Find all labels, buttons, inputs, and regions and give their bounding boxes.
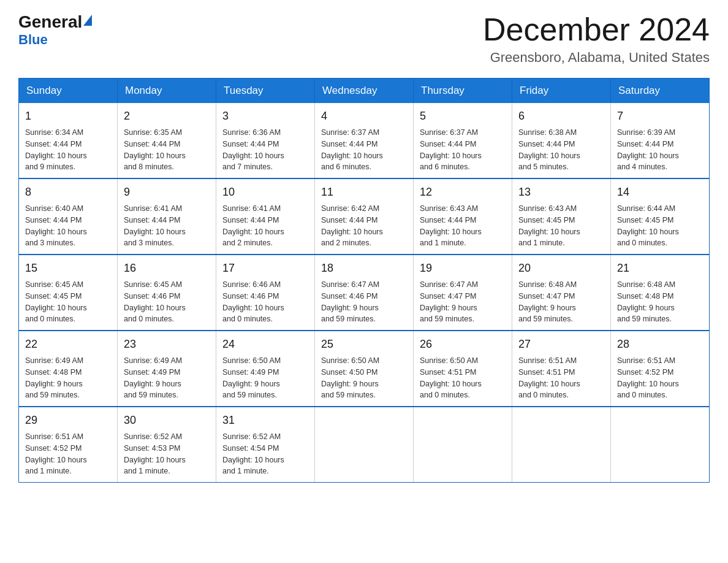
day-number: 19 <box>420 260 506 277</box>
day-info: Sunrise: 6:52 AM Sunset: 4:53 PM Dayligh… <box>124 431 210 477</box>
calendar-day: 24Sunrise: 6:50 AM Sunset: 4:49 PM Dayli… <box>216 331 315 407</box>
calendar-day: 6Sunrise: 6:38 AM Sunset: 4:44 PM Daylig… <box>512 103 611 178</box>
day-info: Sunrise: 6:48 AM Sunset: 4:48 PM Dayligh… <box>617 279 703 325</box>
day-number: 24 <box>222 336 308 353</box>
calendar-day: 28Sunrise: 6:51 AM Sunset: 4:52 PM Dayli… <box>611 331 710 407</box>
day-info: Sunrise: 6:37 AM Sunset: 4:44 PM Dayligh… <box>420 127 506 173</box>
day-info: Sunrise: 6:51 AM Sunset: 4:51 PM Dayligh… <box>518 355 604 401</box>
day-info: Sunrise: 6:50 AM Sunset: 4:49 PM Dayligh… <box>222 355 308 401</box>
calendar-day: 1Sunrise: 6:34 AM Sunset: 4:44 PM Daylig… <box>19 103 118 178</box>
calendar-day: 5Sunrise: 6:37 AM Sunset: 4:44 PM Daylig… <box>414 103 512 178</box>
day-number: 13 <box>518 184 604 201</box>
calendar-week-1: 1Sunrise: 6:34 AM Sunset: 4:44 PM Daylig… <box>19 103 710 178</box>
day-info: Sunrise: 6:49 AM Sunset: 4:48 PM Dayligh… <box>25 355 111 401</box>
calendar-day: 14Sunrise: 6:44 AM Sunset: 4:45 PM Dayli… <box>611 178 710 255</box>
day-info: Sunrise: 6:46 AM Sunset: 4:46 PM Dayligh… <box>222 279 308 325</box>
calendar-day: 3Sunrise: 6:36 AM Sunset: 4:44 PM Daylig… <box>216 103 315 178</box>
day-info: Sunrise: 6:43 AM Sunset: 4:44 PM Dayligh… <box>420 203 506 249</box>
day-info: Sunrise: 6:42 AM Sunset: 4:44 PM Dayligh… <box>321 203 407 249</box>
title-block: December 2024 Greensboro, Alabama, Unite… <box>483 12 710 66</box>
calendar-day: 15Sunrise: 6:45 AM Sunset: 4:45 PM Dayli… <box>19 255 118 331</box>
day-number: 14 <box>617 184 703 201</box>
day-info: Sunrise: 6:48 AM Sunset: 4:47 PM Dayligh… <box>518 279 604 325</box>
day-info: Sunrise: 6:44 AM Sunset: 4:45 PM Dayligh… <box>617 203 703 249</box>
calendar-day <box>414 407 512 483</box>
day-number: 9 <box>124 184 210 201</box>
day-number: 15 <box>25 260 111 277</box>
day-info: Sunrise: 6:45 AM Sunset: 4:45 PM Dayligh… <box>25 279 111 325</box>
logo: General Blue <box>18 12 92 48</box>
day-number: 31 <box>222 412 308 429</box>
calendar-day <box>315 407 414 483</box>
day-info: Sunrise: 6:43 AM Sunset: 4:45 PM Dayligh… <box>518 203 604 249</box>
day-number: 30 <box>124 412 210 429</box>
day-info: Sunrise: 6:47 AM Sunset: 4:46 PM Dayligh… <box>321 279 407 325</box>
weekday-header-thursday: Thursday <box>414 79 512 104</box>
day-info: Sunrise: 6:40 AM Sunset: 4:44 PM Dayligh… <box>25 203 111 249</box>
day-number: 1 <box>25 108 111 124</box>
logo-blue-text: Blue <box>18 32 48 48</box>
day-number: 18 <box>321 260 407 277</box>
calendar-day: 19Sunrise: 6:47 AM Sunset: 4:47 PM Dayli… <box>414 255 512 331</box>
calendar-day: 18Sunrise: 6:47 AM Sunset: 4:46 PM Dayli… <box>315 255 414 331</box>
day-number: 20 <box>518 260 604 277</box>
calendar-day: 23Sunrise: 6:49 AM Sunset: 4:49 PM Dayli… <box>118 331 216 407</box>
day-number: 28 <box>617 336 703 353</box>
day-info: Sunrise: 6:50 AM Sunset: 4:50 PM Dayligh… <box>321 355 407 401</box>
calendar-day: 29Sunrise: 6:51 AM Sunset: 4:52 PM Dayli… <box>19 407 118 483</box>
day-number: 6 <box>518 108 604 124</box>
day-number: 23 <box>124 336 210 353</box>
day-number: 26 <box>420 336 506 353</box>
day-number: 3 <box>222 108 308 124</box>
day-number: 8 <box>25 184 111 201</box>
day-number: 22 <box>25 336 111 353</box>
weekday-header-friday: Friday <box>512 79 611 104</box>
month-title: December 2024 <box>483 12 710 47</box>
day-info: Sunrise: 6:49 AM Sunset: 4:49 PM Dayligh… <box>124 355 210 401</box>
calendar-day: 30Sunrise: 6:52 AM Sunset: 4:53 PM Dayli… <box>118 407 216 483</box>
day-info: Sunrise: 6:36 AM Sunset: 4:44 PM Dayligh… <box>222 127 308 173</box>
calendar-day: 12Sunrise: 6:43 AM Sunset: 4:44 PM Dayli… <box>414 178 512 255</box>
calendar-day: 10Sunrise: 6:41 AM Sunset: 4:44 PM Dayli… <box>216 178 315 255</box>
day-number: 29 <box>25 412 111 429</box>
day-number: 7 <box>617 108 703 124</box>
day-info: Sunrise: 6:51 AM Sunset: 4:52 PM Dayligh… <box>25 431 111 477</box>
day-info: Sunrise: 6:51 AM Sunset: 4:52 PM Dayligh… <box>617 355 703 401</box>
calendar-week-5: 29Sunrise: 6:51 AM Sunset: 4:52 PM Dayli… <box>19 407 710 483</box>
calendar-week-3: 15Sunrise: 6:45 AM Sunset: 4:45 PM Dayli… <box>19 255 710 331</box>
calendar-day: 25Sunrise: 6:50 AM Sunset: 4:50 PM Dayli… <box>315 331 414 407</box>
day-number: 4 <box>321 108 407 124</box>
day-number: 17 <box>222 260 308 277</box>
day-info: Sunrise: 6:41 AM Sunset: 4:44 PM Dayligh… <box>222 203 308 249</box>
day-info: Sunrise: 6:35 AM Sunset: 4:44 PM Dayligh… <box>124 127 210 173</box>
calendar-day <box>512 407 611 483</box>
calendar-day: 9Sunrise: 6:41 AM Sunset: 4:44 PM Daylig… <box>118 178 216 255</box>
page-header: General Blue December 2024 Greensboro, A… <box>18 12 710 66</box>
day-info: Sunrise: 6:47 AM Sunset: 4:47 PM Dayligh… <box>420 279 506 325</box>
logo-triangle-icon <box>83 15 92 26</box>
day-info: Sunrise: 6:52 AM Sunset: 4:54 PM Dayligh… <box>222 431 308 477</box>
day-number: 27 <box>518 336 604 353</box>
location-subtitle: Greensboro, Alabama, United States <box>483 50 710 66</box>
day-number: 11 <box>321 184 407 201</box>
day-info: Sunrise: 6:38 AM Sunset: 4:44 PM Dayligh… <box>518 127 604 173</box>
calendar-day: 22Sunrise: 6:49 AM Sunset: 4:48 PM Dayli… <box>19 331 118 407</box>
calendar-day: 31Sunrise: 6:52 AM Sunset: 4:54 PM Dayli… <box>216 407 315 483</box>
weekday-header-saturday: Saturday <box>611 79 710 104</box>
calendar-day: 21Sunrise: 6:48 AM Sunset: 4:48 PM Dayli… <box>611 255 710 331</box>
calendar-day: 20Sunrise: 6:48 AM Sunset: 4:47 PM Dayli… <box>512 255 611 331</box>
day-info: Sunrise: 6:45 AM Sunset: 4:46 PM Dayligh… <box>124 279 210 325</box>
calendar-day: 26Sunrise: 6:50 AM Sunset: 4:51 PM Dayli… <box>414 331 512 407</box>
calendar-day <box>611 407 710 483</box>
weekday-header-row: SundayMondayTuesdayWednesdayThursdayFrid… <box>19 79 710 104</box>
calendar-day: 8Sunrise: 6:40 AM Sunset: 4:44 PM Daylig… <box>19 178 118 255</box>
day-number: 25 <box>321 336 407 353</box>
calendar-week-4: 22Sunrise: 6:49 AM Sunset: 4:48 PM Dayli… <box>19 331 710 407</box>
day-number: 12 <box>420 184 506 201</box>
day-number: 10 <box>222 184 308 201</box>
calendar-day: 17Sunrise: 6:46 AM Sunset: 4:46 PM Dayli… <box>216 255 315 331</box>
day-info: Sunrise: 6:34 AM Sunset: 4:44 PM Dayligh… <box>25 127 111 173</box>
weekday-header-tuesday: Tuesday <box>216 79 315 104</box>
weekday-header-sunday: Sunday <box>19 79 118 104</box>
calendar-table: SundayMondayTuesdayWednesdayThursdayFrid… <box>18 78 710 483</box>
